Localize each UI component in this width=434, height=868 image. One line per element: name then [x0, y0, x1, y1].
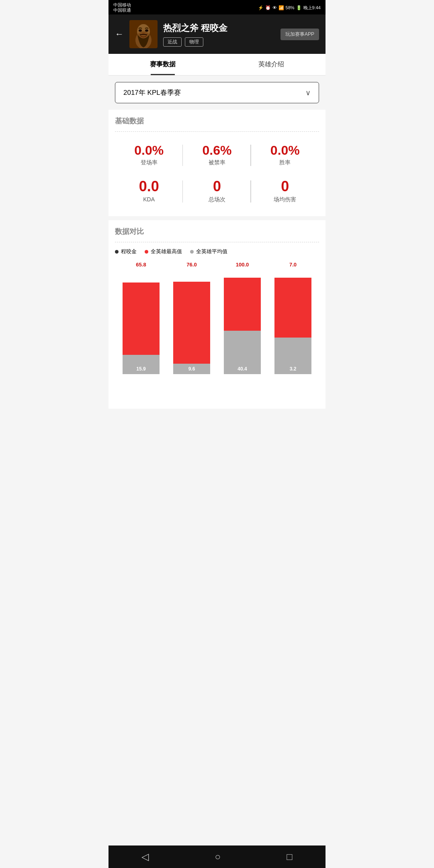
- stat-value-ban: 0.6%: [186, 144, 248, 157]
- eye-icon: 👁: [272, 5, 277, 10]
- svg-point-4: [145, 29, 148, 32]
- stat-avg-damage: 0 场均伤害: [251, 173, 319, 210]
- stat-kda: 0.0 KDA: [115, 173, 183, 210]
- stat-label-appearance: 登场率: [118, 159, 180, 166]
- chevron-down-icon: ∨: [305, 88, 311, 97]
- bar1-gray-label: 15.9: [136, 366, 145, 372]
- legend-hero: 程咬金: [115, 248, 137, 255]
- stat-win-rate: 0.0% 胜率: [251, 137, 319, 173]
- stat-value-total: 0: [186, 179, 248, 194]
- legend-label-hero: 程咬金: [121, 248, 137, 255]
- battery-icon: 🔋: [296, 5, 302, 10]
- stats-grid-row1: 0.0% 登场率 0.6% 被禁率 0.0% 胜率: [115, 137, 319, 173]
- bar-col-2: 76.0 9.6: [169, 262, 215, 374]
- stat-label-kda: KDA: [118, 196, 180, 203]
- bar3-gray: 40.4: [224, 331, 260, 374]
- bar4-stack: 3.2: [270, 278, 316, 374]
- bar1-red: [123, 283, 159, 355]
- hero-tags: 近战 物理: [163, 37, 275, 47]
- stat-label-total: 总场次: [186, 196, 248, 203]
- signal-icon: 📶: [278, 5, 284, 10]
- legend-dot-red: [145, 250, 148, 254]
- divider1: [115, 131, 319, 132]
- bar1-gray: 15.9: [123, 355, 159, 374]
- season-selector-wrap: 2017年 KPL春季赛 ∨: [108, 76, 326, 110]
- stat-value-appearance: 0.0%: [118, 144, 180, 157]
- hero-info: 热烈之斧 程咬金 近战 物理: [163, 22, 275, 47]
- hero-portrait: [129, 20, 158, 48]
- bar2-stack: 9.6: [169, 278, 215, 374]
- basic-data-section: 基础数据 0.0% 登场率 0.6% 被禁率 0.0% 胜率 0.0 KDA 0…: [108, 110, 326, 216]
- bar-col-4: 7.0 3.2: [270, 262, 316, 374]
- bar-chart: 65.8 15.9 76.0 9.6 100.0 40.4: [115, 262, 319, 374]
- bar4-top-label: 7.0: [289, 262, 297, 268]
- bar3-red: [224, 278, 260, 331]
- stat-value-damage: 0: [254, 179, 316, 194]
- play-esports-button[interactable]: 玩加赛事APP: [280, 29, 319, 40]
- bar4-gray: 3.2: [274, 338, 311, 374]
- compare-section: 数据对比 程咬金 全英雄最高值 全英雄平均值 65.8 15.9 7: [108, 220, 326, 409]
- battery-pct: 58%: [286, 5, 295, 10]
- time-display: 晚上9:44: [303, 5, 321, 11]
- bar2-gray-label: 9.6: [188, 366, 195, 372]
- legend-max: 全英雄最高值: [145, 248, 182, 255]
- status-icons: ⚡ ⏰ 👁 📶 58% 🔋 晚上9:44: [258, 5, 321, 11]
- bar-col-1: 65.8 15.9: [118, 262, 164, 374]
- stat-label-ban: 被禁率: [186, 159, 248, 166]
- bar3-stack: 40.4: [219, 278, 265, 374]
- stat-label-win: 胜率: [254, 159, 316, 166]
- compare-title: 数据对比: [115, 227, 319, 236]
- legend-dot-black: [115, 250, 119, 254]
- tag-melee: 近战: [163, 37, 182, 47]
- tab-hero-intro[interactable]: 英雄介绍: [217, 54, 326, 75]
- divider2: [115, 242, 319, 242]
- season-label: 2017年 KPL春季赛: [123, 88, 181, 97]
- hero-avatar: [129, 20, 158, 48]
- bar1-stack: 15.9: [118, 278, 164, 374]
- legend-avg: 全英雄平均值: [190, 248, 227, 255]
- stat-appearance-rate: 0.0% 登场率: [115, 137, 183, 173]
- bar2-gray: 9.6: [173, 364, 210, 374]
- legend-label-avg: 全英雄平均值: [196, 248, 227, 255]
- bluetooth-icon: ⚡: [258, 5, 264, 10]
- bar4-red: [274, 278, 311, 338]
- bar3-top-label: 100.0: [236, 262, 249, 268]
- bar-col-3: 100.0 40.4: [219, 262, 265, 374]
- carrier-info: 中国移动 中国联通: [113, 2, 131, 13]
- tab-bar: 赛事数据 英雄介绍: [108, 54, 326, 76]
- stat-value-win: 0.0%: [254, 144, 316, 157]
- bar3-gray-label: 40.4: [237, 366, 247, 372]
- bar2-top-label: 76.0: [186, 262, 197, 268]
- hero-header: ← 热: [108, 14, 326, 54]
- tag-physical: 物理: [185, 37, 203, 47]
- hero-name: 热烈之斧 程咬金: [163, 22, 275, 34]
- bar2-red: [173, 282, 210, 364]
- tab-match-data[interactable]: 赛事数据: [108, 54, 217, 75]
- svg-point-3: [139, 29, 142, 32]
- basic-data-title: 基础数据: [115, 116, 319, 126]
- season-selector[interactable]: 2017年 KPL春季赛 ∨: [115, 82, 319, 103]
- stat-label-damage: 场均伤害: [254, 196, 316, 203]
- compare-legend: 程咬金 全英雄最高值 全英雄平均值: [115, 248, 319, 255]
- legend-dot-gray: [190, 250, 194, 254]
- bottom-spacer: [115, 374, 319, 402]
- stat-ban-rate: 0.6% 被禁率: [183, 137, 251, 173]
- status-bar: 中国移动 中国联通 ⚡ ⏰ 👁 📶 58% 🔋 晚上9:44: [108, 0, 326, 14]
- bar1-top-label: 65.8: [136, 262, 146, 268]
- stat-value-kda: 0.0: [118, 179, 180, 194]
- alarm-icon: ⏰: [265, 5, 271, 10]
- legend-label-max: 全英雄最高值: [151, 248, 182, 255]
- carrier1: 中国移动: [113, 2, 131, 8]
- carrier2: 中国联通: [113, 8, 131, 13]
- bar4-gray-label: 3.2: [290, 366, 297, 372]
- back-button[interactable]: ←: [115, 29, 124, 39]
- stat-total-games: 0 总场次: [183, 173, 251, 210]
- stats-grid-row2: 0.0 KDA 0 总场次 0 场均伤害: [115, 173, 319, 210]
